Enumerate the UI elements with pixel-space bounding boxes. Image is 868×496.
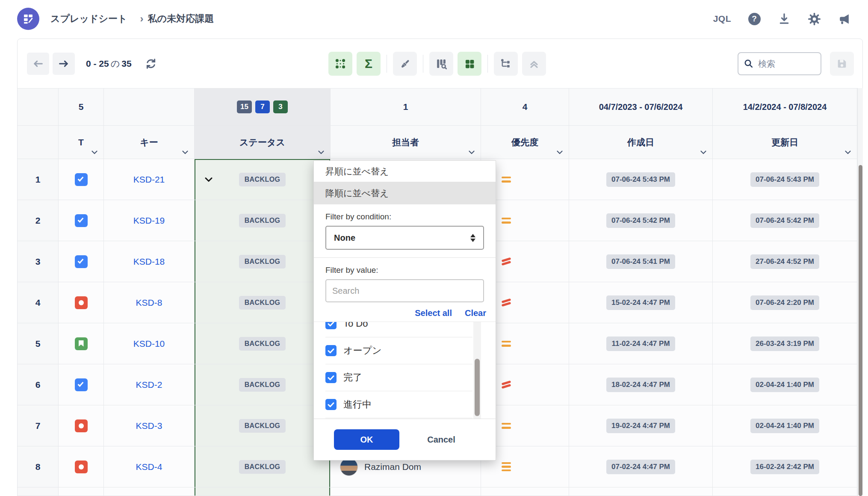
checkbox-checked-icon[interactable] bbox=[325, 345, 337, 356]
updated-date-cell[interactable]: 27-06-24 4:52 PM bbox=[713, 241, 857, 282]
row-number[interactable]: 2 bbox=[18, 200, 59, 241]
status-dropdown-caret-icon[interactable] bbox=[205, 177, 213, 182]
created-date-cell[interactable]: 07-06-24 5:42 PM bbox=[569, 200, 713, 241]
chevron-down-icon[interactable] bbox=[318, 151, 324, 154]
chevron-down-icon[interactable] bbox=[845, 151, 851, 154]
created-date-cell[interactable]: 07-02-24 4:47 PM bbox=[569, 446, 713, 487]
column-settings-button[interactable] bbox=[429, 52, 453, 76]
status-cell[interactable]: BACKLOG bbox=[195, 323, 331, 364]
column-header-updated[interactable]: 更新日 bbox=[713, 126, 857, 159]
column-header-created[interactable]: 作成日 bbox=[569, 126, 713, 159]
help-icon[interactable]: ? bbox=[747, 12, 761, 26]
column-header-type[interactable]: T bbox=[59, 126, 104, 159]
chevron-down-icon[interactable] bbox=[182, 151, 188, 154]
options-scrollbar[interactable] bbox=[473, 322, 481, 419]
updated-date-cell[interactable]: 07-06-24 2:20 PM bbox=[713, 282, 857, 323]
gear-icon[interactable] bbox=[807, 12, 821, 26]
status-cell[interactable]: BACKLOG bbox=[195, 364, 331, 405]
value-search-box[interactable] bbox=[325, 279, 484, 302]
grid-view-button[interactable] bbox=[458, 52, 481, 76]
issue-key-link[interactable]: KSD-8 bbox=[136, 298, 162, 308]
row-number[interactable]: 1 bbox=[18, 159, 59, 200]
updated-date-cell[interactable]: 16-02-24 2:42 PM bbox=[713, 446, 857, 487]
status-cell[interactable]: BACKLOG bbox=[195, 282, 331, 323]
save-button[interactable] bbox=[830, 52, 854, 76]
issue-key-cell[interactable]: KSD-19 bbox=[104, 200, 195, 241]
spreadsheet-app-logo-icon[interactable] bbox=[17, 8, 39, 30]
format-painter-button[interactable] bbox=[393, 52, 417, 76]
issue-key-cell[interactable]: KSD-18 bbox=[104, 241, 195, 282]
next-page-button[interactable] bbox=[53, 53, 75, 75]
checkbox-checked-icon[interactable] bbox=[325, 322, 337, 329]
chevron-down-icon[interactable] bbox=[469, 151, 475, 154]
issue-type-cell[interactable] bbox=[59, 405, 104, 446]
cancel-button[interactable]: Cancel bbox=[416, 429, 467, 450]
table-scrollbar-thumb[interactable] bbox=[859, 165, 862, 496]
issue-key-cell[interactable]: KSD-10 bbox=[104, 323, 195, 364]
value-search-input[interactable] bbox=[332, 286, 477, 296]
column-header-key[interactable]: キー bbox=[104, 126, 195, 159]
jql-button[interactable]: JQL bbox=[713, 14, 731, 24]
ok-button[interactable]: OK bbox=[334, 429, 399, 450]
status-filter-option[interactable]: オープン bbox=[325, 337, 472, 364]
checkbox-checked-icon[interactable] bbox=[325, 399, 337, 410]
chevron-down-icon[interactable] bbox=[700, 151, 706, 154]
row-number[interactable]: 6 bbox=[18, 364, 59, 405]
condition-select[interactable]: None bbox=[325, 226, 484, 250]
issue-type-cell[interactable] bbox=[59, 241, 104, 282]
column-header-status[interactable]: ステータス bbox=[195, 126, 331, 159]
issue-key-cell[interactable]: KSD-21 bbox=[104, 159, 195, 200]
row-number[interactable]: 4 bbox=[18, 282, 59, 323]
select-all-link[interactable]: Select all bbox=[415, 308, 452, 318]
issue-type-cell[interactable] bbox=[59, 323, 104, 364]
column-header-assignee[interactable]: 担当者 bbox=[331, 126, 481, 159]
issue-type-cell[interactable] bbox=[59, 364, 104, 405]
issue-type-cell[interactable] bbox=[59, 159, 104, 200]
megaphone-icon[interactable] bbox=[837, 12, 851, 26]
download-icon[interactable] bbox=[777, 12, 791, 26]
issue-type-cell[interactable] bbox=[59, 446, 104, 487]
status-filter-option[interactable]: 進行中 bbox=[325, 391, 472, 418]
table-scrollbar[interactable] bbox=[857, 88, 863, 496]
created-date-cell[interactable]: 19-02-24 4:47 PM bbox=[569, 405, 713, 446]
status-cell[interactable]: BACKLOG bbox=[195, 200, 331, 241]
created-date-cell[interactable]: 07-06-24 5:41 PM bbox=[569, 241, 713, 282]
chevron-down-icon[interactable] bbox=[557, 151, 563, 154]
issue-key-link[interactable]: KSD-18 bbox=[133, 257, 165, 267]
issue-key-link[interactable]: KSD-3 bbox=[136, 421, 162, 431]
checkbox-checked-icon[interactable] bbox=[325, 372, 337, 383]
issue-key-cell[interactable]: KSD-3 bbox=[104, 405, 195, 446]
created-date-cell[interactable]: 11-02-24 4:47 PM bbox=[569, 323, 713, 364]
row-number[interactable]: 5 bbox=[18, 323, 59, 364]
refresh-icon[interactable] bbox=[145, 57, 157, 70]
issue-key-cell[interactable]: KSD-4 bbox=[104, 446, 195, 487]
issue-key-cell[interactable]: KSD-8 bbox=[104, 282, 195, 323]
status-filter-option[interactable]: 完了 bbox=[325, 364, 472, 391]
issue-key-link[interactable]: KSD-4 bbox=[136, 462, 162, 472]
row-number[interactable]: 3 bbox=[18, 241, 59, 282]
sum-button[interactable]: Σ bbox=[357, 52, 381, 76]
issue-key-link[interactable]: KSD-21 bbox=[133, 174, 165, 185]
created-date-cell[interactable]: 15-02-24 4:47 PM bbox=[569, 282, 713, 323]
hierarchy-button[interactable] bbox=[494, 52, 518, 76]
updated-date-cell[interactable]: 02-04-24 1:40 PM bbox=[713, 364, 857, 405]
updated-date-cell[interactable]: 26-03-24 3:19 PM bbox=[713, 323, 857, 364]
status-cell[interactable]: BACKLOG bbox=[195, 241, 331, 282]
search-input[interactable] bbox=[758, 59, 809, 69]
issue-key-cell[interactable]: KSD-2 bbox=[104, 364, 195, 405]
table-search-box[interactable] bbox=[738, 52, 821, 75]
sort-descending-item[interactable]: 降順に並べ替え bbox=[314, 182, 496, 204]
issue-key-link[interactable]: KSD-19 bbox=[133, 216, 165, 226]
row-number[interactable]: 7 bbox=[18, 405, 59, 446]
previous-page-button[interactable] bbox=[27, 53, 49, 75]
column-header-priority[interactable]: 優先度 bbox=[481, 126, 569, 159]
breadcrumb-app[interactable]: スプレッドシート bbox=[50, 12, 127, 25]
collapse-all-button[interactable] bbox=[522, 52, 546, 76]
issue-type-cell[interactable] bbox=[59, 200, 104, 241]
updated-date-cell[interactable]: 07-06-24 5:43 PM bbox=[713, 159, 857, 200]
updated-date-cell[interactable]: 02-04-24 1:40 PM bbox=[713, 405, 857, 446]
row-number[interactable]: 8 bbox=[18, 446, 59, 487]
status-cell[interactable]: BACKLOG bbox=[195, 446, 331, 487]
created-date-cell[interactable]: 18-02-24 4:47 PM bbox=[569, 364, 713, 405]
issue-key-link[interactable]: KSD-2 bbox=[136, 380, 162, 390]
